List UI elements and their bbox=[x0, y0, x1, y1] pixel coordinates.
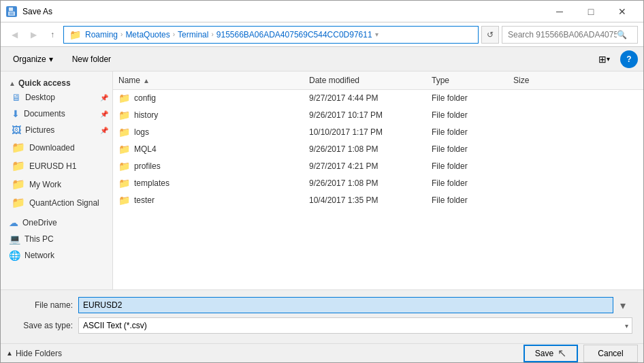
crumb-terminal[interactable]: Terminal bbox=[178, 30, 208, 40]
hide-folders-button[interactable]: ▲ Hide Folders bbox=[6, 349, 62, 358]
crumb-metaquotes[interactable]: MetaQuotes bbox=[125, 30, 170, 40]
col-header-type[interactable]: Type bbox=[426, 74, 508, 86]
cancel-button[interactable]: Cancel bbox=[583, 345, 638, 362]
file-date-logs: 10/10/2017 1:17 PM bbox=[304, 126, 426, 138]
sort-arrow-icon: ▲ bbox=[143, 77, 150, 84]
search-icon: 🔍 bbox=[617, 30, 627, 40]
file-size-logs bbox=[508, 131, 562, 133]
svg-rect-3 bbox=[10, 12, 14, 15]
sidebar-item-quantaction[interactable]: 📁 QuantAction Signal bbox=[1, 193, 112, 212]
search-box[interactable]: 🔍 bbox=[502, 26, 638, 44]
file-date-templates: 9/26/2017 1:08 PM bbox=[304, 177, 426, 189]
sidebar-item-pictures[interactable]: 🖼 Pictures 📌 bbox=[1, 122, 112, 138]
file-name-logs: 📁 logs bbox=[113, 125, 304, 139]
maximize-button[interactable]: □ bbox=[575, 1, 607, 22]
file-size-profiles bbox=[508, 165, 562, 168]
file-date-profiles: 9/27/2017 4:21 PM bbox=[304, 160, 426, 172]
dialog-title: Save As bbox=[22, 7, 52, 16]
file-name-config: 📁 config bbox=[113, 91, 304, 105]
pin-icon-pics: 📌 bbox=[100, 127, 108, 134]
onedrive-icon: ☁ bbox=[9, 217, 18, 228]
back-button[interactable]: ◀ bbox=[6, 27, 22, 43]
view-button[interactable]: ⊞ ▾ bbox=[593, 50, 615, 68]
chevron-up-icon: ▲ bbox=[6, 349, 13, 357]
crumb-roaming[interactable]: Roaming bbox=[85, 30, 118, 40]
table-row[interactable]: 📁 tester 10/4/2017 1:35 PM File folder bbox=[113, 192, 643, 209]
pin-icon-docs: 📌 bbox=[100, 110, 108, 118]
sidebar-item-onedrive[interactable]: ☁ OneDrive bbox=[1, 215, 112, 231]
window-controls: ─ □ ✕ bbox=[544, 1, 638, 22]
col-header-date[interactable]: Date modified bbox=[304, 74, 426, 86]
organize-button[interactable]: Organize ▾ bbox=[6, 50, 60, 68]
bottom-footer: ▲ Hide Folders Save ↖ Cancel bbox=[1, 343, 643, 362]
file-type-logs: File folder bbox=[426, 126, 508, 138]
folder-icon-eurusd: 📁 bbox=[12, 159, 25, 172]
quick-access-header[interactable]: ▲ Quick access bbox=[1, 74, 112, 89]
folder-icon: 📁 bbox=[118, 195, 130, 206]
table-row[interactable]: 📁 config 9/27/2017 4:44 PM File folder bbox=[113, 90, 643, 107]
save-button[interactable]: Save ↖ bbox=[524, 345, 578, 362]
save-as-icon bbox=[6, 6, 17, 17]
file-name-profiles: 📁 profiles bbox=[113, 159, 304, 173]
network-icon: 🌐 bbox=[9, 250, 20, 261]
table-row[interactable]: 📁 MQL4 9/26/2017 1:08 PM File folder bbox=[113, 141, 643, 158]
table-row[interactable]: 📁 logs 10/10/2017 1:17 PM File folder bbox=[113, 124, 643, 141]
folder-icon-mywork: 📁 bbox=[12, 178, 25, 191]
file-size-history bbox=[508, 114, 562, 116]
sidebar-item-desktop[interactable]: 🖥 Desktop 📌 bbox=[1, 89, 112, 106]
new-folder-button[interactable]: New folder bbox=[65, 50, 118, 68]
filename-row: File name: ▾ bbox=[12, 297, 632, 313]
crumb-hash[interactable]: 915566BA06ADA407569C544CC0D97611 bbox=[216, 30, 372, 40]
col-header-name[interactable]: Name ▲ bbox=[113, 74, 304, 86]
filename-label: File name: bbox=[12, 300, 73, 310]
file-name-mql4: 📁 MQL4 bbox=[113, 142, 304, 156]
sidebar-item-thispc[interactable]: 💻 This PC bbox=[1, 231, 112, 247]
toolbar: Organize ▾ New folder ⊞ ▾ ? bbox=[1, 47, 643, 72]
refresh-button[interactable]: ↺ bbox=[481, 26, 499, 44]
close-button[interactable]: ✕ bbox=[607, 1, 638, 22]
file-date-history: 9/26/2017 10:17 PM bbox=[304, 109, 426, 121]
file-name-templates: 📁 templates bbox=[113, 176, 304, 190]
sidebar-item-downloaded[interactable]: 📁 Downloaded bbox=[1, 138, 112, 157]
content-area: ▲ Quick access 🖥 Desktop 📌 ⬇ Documents 📌 bbox=[1, 72, 643, 289]
file-type-mql4: File folder bbox=[426, 143, 508, 155]
sidebar-item-documents[interactable]: ⬇ Documents 📌 bbox=[1, 106, 112, 122]
file-type-templates: File folder bbox=[426, 177, 508, 189]
table-row[interactable]: 📁 profiles 9/27/2017 4:21 PM File folder bbox=[113, 158, 643, 175]
file-name-tester: 📁 tester bbox=[113, 193, 304, 207]
file-type-tester: File folder bbox=[426, 194, 508, 206]
svg-rect-1 bbox=[9, 7, 13, 11]
filename-input[interactable] bbox=[78, 297, 613, 313]
quick-access-section: ▲ Quick access 🖥 Desktop 📌 ⬇ Documents 📌 bbox=[1, 74, 112, 212]
folder-icon-downloaded: 📁 bbox=[12, 141, 25, 154]
file-date-tester: 10/4/2017 1:35 PM bbox=[304, 194, 426, 206]
file-list-header: Name ▲ Date modified Type Size bbox=[113, 72, 643, 90]
table-row[interactable]: 📁 templates 9/26/2017 1:08 PM File folde… bbox=[113, 175, 643, 192]
search-input[interactable] bbox=[508, 30, 617, 40]
minimize-button[interactable]: ─ bbox=[544, 1, 575, 22]
address-bar: ◀ ▶ ↑ 📁 Roaming › MetaQuotes › Terminal … bbox=[1, 22, 643, 47]
address-path[interactable]: 📁 Roaming › MetaQuotes › Terminal › 9155… bbox=[63, 26, 479, 44]
dropdown-arrow-filename: ▾ bbox=[620, 299, 632, 312]
folder-icon: 📁 bbox=[118, 93, 130, 104]
folder-icon: 📁 bbox=[118, 110, 130, 121]
pin-icon: 📌 bbox=[100, 94, 108, 101]
folder-icon: 📁 bbox=[118, 178, 130, 189]
file-type-history: File folder bbox=[426, 109, 508, 121]
sidebar-item-mywork[interactable]: 📁 My Work bbox=[1, 175, 112, 193]
sidebar-item-network[interactable]: 🌐 Network bbox=[1, 247, 112, 264]
file-type-config: File folder bbox=[426, 92, 508, 104]
forward-button[interactable]: ▶ bbox=[25, 27, 42, 43]
file-size-tester bbox=[508, 199, 562, 202]
chevron-down-icon: ▲ bbox=[9, 80, 16, 87]
sidebar-item-eurusd[interactable]: 📁 EURUSD H1 bbox=[1, 157, 112, 175]
help-button[interactable]: ? bbox=[620, 50, 638, 68]
table-row[interactable]: 📁 history 9/26/2017 10:17 PM File folder bbox=[113, 107, 643, 124]
up-button[interactable]: ↑ bbox=[44, 27, 61, 43]
folder-icon: 📁 bbox=[118, 144, 130, 155]
documents-icon: ⬇ bbox=[12, 108, 20, 119]
col-header-size[interactable]: Size bbox=[508, 74, 562, 86]
file-size-mql4 bbox=[508, 148, 562, 151]
title-bar-left: Save As bbox=[6, 6, 52, 17]
savetype-select[interactable]: ASCII Text (*.csv) bbox=[78, 317, 632, 334]
